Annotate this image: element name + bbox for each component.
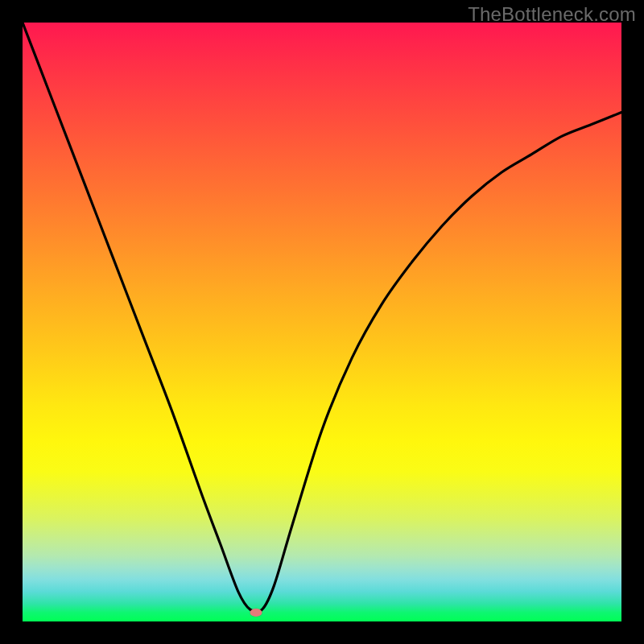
watermark-text: TheBottleneck.com — [468, 3, 636, 26]
chart-frame: TheBottleneck.com — [0, 0, 644, 644]
bottleneck-curve-path — [23, 23, 621, 612]
bottleneck-curve-svg — [23, 23, 621, 621]
plot-area — [23, 23, 621, 621]
bottleneck-marker-dot — [250, 609, 262, 617]
